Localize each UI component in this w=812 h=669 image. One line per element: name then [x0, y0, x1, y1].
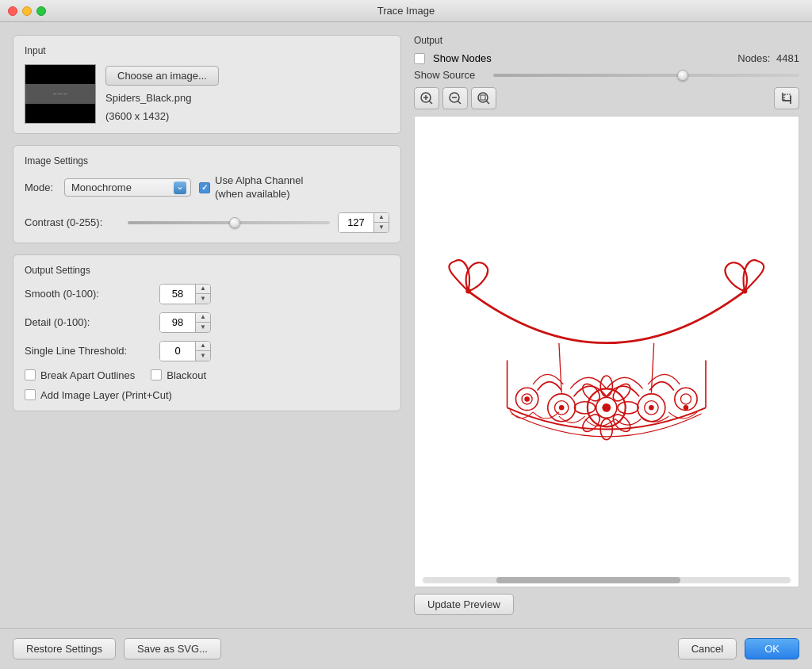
svg-point-16	[742, 289, 748, 294]
thumb-top	[25, 65, 95, 84]
detail-row: Detail (0-100):	[25, 312, 389, 333]
smooth-stepper-up[interactable]	[196, 285, 210, 294]
input-section-label: Input	[25, 45, 389, 56]
preview-image	[434, 239, 779, 464]
smooth-label: Smooth (0-100):	[25, 288, 151, 300]
svg-point-20	[600, 376, 612, 396]
alpha-channel-checkbox[interactable]	[199, 182, 210, 193]
crop-icon	[779, 91, 794, 105]
show-source-row: Show Source	[414, 69, 799, 81]
contrast-input-wrapper	[338, 212, 389, 233]
image-settings-body: Mode: Monochrome Grayscale Color Use Alp…	[25, 174, 389, 233]
threshold-label: Single Line Threshold:	[25, 345, 151, 357]
crop-button[interactable]	[774, 87, 799, 109]
input-content: ~·~·~ Choose an image... Spiders_Black.p…	[25, 64, 389, 124]
show-nodes-checkbox[interactable]	[414, 53, 425, 64]
choose-image-button[interactable]: Choose an image...	[105, 66, 219, 86]
dimensions-text: (3600 x 1432)	[105, 110, 219, 122]
contrast-input[interactable]	[339, 213, 373, 232]
output-settings-section: Output Settings Smooth (0-100): Detail (…	[13, 254, 401, 411]
contrast-slider[interactable]	[128, 221, 330, 224]
cancel-button[interactable]: Cancel	[678, 638, 737, 659]
contrast-stepper	[373, 213, 389, 232]
svg-line-6	[458, 101, 462, 105]
nodes-value: 4481	[776, 52, 799, 64]
threshold-row: Single Line Threshold:	[25, 341, 389, 361]
save-svg-button[interactable]: Save as SVG...	[124, 638, 221, 659]
output-settings-body: Smooth (0-100): Detail (0-100):	[25, 284, 389, 401]
detail-stepper-up[interactable]	[196, 313, 210, 323]
threshold-input[interactable]	[160, 342, 195, 361]
update-preview-button[interactable]: Update Preview	[414, 594, 514, 615]
smooth-input[interactable]	[160, 285, 195, 304]
svg-point-26	[575, 402, 596, 414]
nodes-label: Nodes:	[737, 52, 770, 64]
maximize-button[interactable]	[36, 6, 46, 16]
detail-stepper	[195, 313, 210, 332]
traffic-lights	[8, 6, 46, 16]
thumb-bottom	[25, 104, 95, 123]
blackout-pair: Blackout	[151, 369, 206, 381]
smooth-input-wrapper	[159, 284, 211, 304]
zoom-out-button[interactable]	[442, 87, 468, 109]
detail-input[interactable]	[160, 313, 195, 332]
checkboxes-row-1: Break Apart Outlines Blackout	[25, 369, 389, 381]
alpha-channel-label: Use Alpha Channel(when available)	[215, 174, 303, 201]
mode-label: Mode:	[25, 182, 56, 193]
output-section-label: Output	[414, 35, 799, 46]
zoom-fit-icon	[477, 91, 491, 105]
ok-button[interactable]: OK	[745, 638, 799, 659]
threshold-stepper-down[interactable]	[196, 351, 210, 361]
add-layer-pair: Add Image Layer (Print+Cut)	[25, 389, 172, 401]
contrast-stepper-up[interactable]	[374, 213, 389, 223]
minimize-button[interactable]	[22, 6, 32, 16]
detail-stepper-down[interactable]	[196, 323, 210, 332]
svg-point-22	[618, 402, 638, 414]
svg-point-7	[478, 93, 488, 102]
show-source-label: Show Source	[414, 69, 485, 81]
zoom-out-icon	[448, 91, 462, 105]
right-panel: Output Show Nodes Nodes: 4481 Show Sourc…	[414, 35, 799, 615]
threshold-input-wrapper	[159, 341, 211, 361]
restore-settings-button[interactable]: Restore Settings	[13, 638, 116, 659]
break-apart-checkbox[interactable]	[25, 369, 36, 380]
svg-point-36	[649, 405, 654, 411]
image-thumbnail: ~·~·~	[25, 64, 96, 124]
svg-point-39	[684, 405, 689, 411]
zoom-in-button[interactable]	[414, 87, 439, 109]
svg-point-33	[525, 396, 530, 402]
mode-row: Mode: Monochrome Grayscale Color Use Alp…	[25, 174, 389, 201]
show-nodes-label: Show Nodes	[433, 52, 492, 64]
mode-select[interactable]: Monochrome Grayscale Color	[64, 178, 191, 197]
window-title: Trace Image	[377, 5, 435, 17]
svg-line-3	[430, 101, 433, 105]
title-bar: Trace Image	[0, 0, 812, 22]
add-layer-label: Add Image Layer (Print+Cut)	[40, 389, 172, 401]
threshold-stepper-up[interactable]	[196, 342, 210, 351]
checkboxes-row-2: Add Image Layer (Print+Cut)	[25, 389, 389, 401]
alpha-checkbox-row: Use Alpha Channel(when available)	[199, 174, 303, 201]
thumb-mid-text: ~·~·~	[53, 91, 68, 97]
main-content: Input ~·~·~ Choose an image... Spiders_B…	[0, 22, 812, 628]
zoom-in-icon	[419, 91, 434, 105]
input-section: Input ~·~·~ Choose an image... Spiders_B…	[13, 35, 401, 134]
close-button[interactable]	[8, 6, 17, 16]
contrast-slider-thumb	[229, 217, 240, 228]
svg-line-8	[487, 101, 490, 105]
blackout-checkbox[interactable]	[151, 369, 162, 380]
preview-area	[414, 116, 799, 587]
smooth-stepper-down[interactable]	[196, 294, 210, 304]
image-settings-section: Image Settings Mode: Monochrome Grayscal…	[13, 145, 401, 243]
contrast-stepper-down[interactable]	[374, 223, 389, 232]
nodes-info: Nodes: 4481	[737, 52, 799, 64]
svg-point-30	[559, 405, 565, 411]
preview-scrollbar-thumb	[496, 577, 680, 583]
add-layer-checkbox[interactable]	[25, 389, 36, 400]
smooth-stepper	[195, 285, 210, 304]
zoom-fit-button[interactable]	[471, 87, 496, 109]
show-source-slider[interactable]	[493, 74, 799, 77]
detail-input-wrapper	[159, 312, 211, 333]
output-settings-label: Output Settings	[25, 265, 389, 276]
detail-label: Detail (0-100):	[25, 316, 151, 328]
preview-scrollbar[interactable]	[423, 577, 791, 583]
